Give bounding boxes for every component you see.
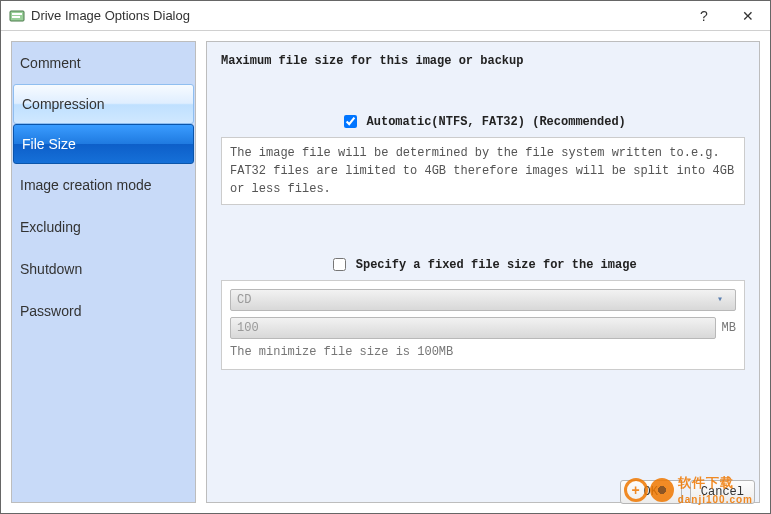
sidebar-item-label: Image creation mode (20, 177, 152, 193)
app-icon (9, 8, 25, 24)
fixed-option-row: Specify a fixed file size for the image (221, 255, 745, 274)
sidebar-item-comment[interactable]: Comment (12, 42, 195, 84)
fixed-label: Specify a fixed file size for the image (356, 258, 637, 272)
automatic-option-row: Automatic(NTFS, FAT32) (Recommended) (221, 112, 745, 131)
footer-buttons: OK Cancel (620, 480, 755, 504)
ok-button[interactable]: OK (620, 480, 682, 504)
content-heading: Maximum file size for this image or back… (221, 54, 745, 68)
sidebar-item-file-size[interactable]: File Size (13, 124, 194, 164)
sidebar-item-label: File Size (22, 136, 76, 152)
sidebar-item-compression[interactable]: Compression (13, 84, 194, 124)
dialog-body: Comment Compression File Size Image crea… (1, 31, 770, 513)
svg-rect-1 (12, 13, 22, 15)
automatic-infobox: The image file will be determined by the… (221, 137, 745, 205)
window-controls: ? ✕ (682, 1, 770, 31)
content-panel: Maximum file size for this image or back… (206, 41, 760, 503)
media-select[interactable]: CD ▾ (230, 289, 736, 311)
close-button[interactable]: ✕ (726, 1, 770, 31)
size-value: 100 (237, 321, 259, 335)
cancel-button[interactable]: Cancel (690, 480, 755, 504)
sidebar-item-image-creation-mode[interactable]: Image creation mode (12, 164, 195, 206)
sidebar-item-label: Excluding (20, 219, 81, 235)
sidebar-item-label: Password (20, 303, 81, 319)
automatic-label: Automatic(NTFS, FAT32) (Recommended) (367, 115, 626, 129)
sidebar-item-label: Comment (20, 55, 81, 71)
automatic-checkbox[interactable] (344, 115, 357, 128)
window-title: Drive Image Options Dialog (31, 8, 682, 23)
sidebar-item-label: Compression (22, 96, 104, 112)
size-input[interactable]: 100 (230, 317, 716, 339)
size-row: 100 MB (230, 317, 736, 339)
sidebar-item-password[interactable]: Password (12, 290, 195, 332)
sidebar-item-label: Shutdown (20, 261, 82, 277)
size-note: The minimize file size is 100MB (230, 345, 736, 359)
titlebar: Drive Image Options Dialog ? ✕ (1, 1, 770, 31)
fixed-formbox: CD ▾ 100 MB The minimize file size is 10… (221, 280, 745, 370)
sidebar-item-shutdown[interactable]: Shutdown (12, 248, 195, 290)
fixed-checkbox[interactable] (333, 258, 346, 271)
help-button[interactable]: ? (682, 1, 726, 31)
size-unit: MB (722, 321, 736, 335)
media-value: CD (237, 293, 251, 307)
sidebar-item-excluding[interactable]: Excluding (12, 206, 195, 248)
chevron-down-icon: ▾ (717, 293, 731, 307)
dialog-window: Drive Image Options Dialog ? ✕ Comment C… (0, 0, 771, 514)
svg-rect-2 (12, 16, 20, 18)
sidebar: Comment Compression File Size Image crea… (11, 41, 196, 503)
